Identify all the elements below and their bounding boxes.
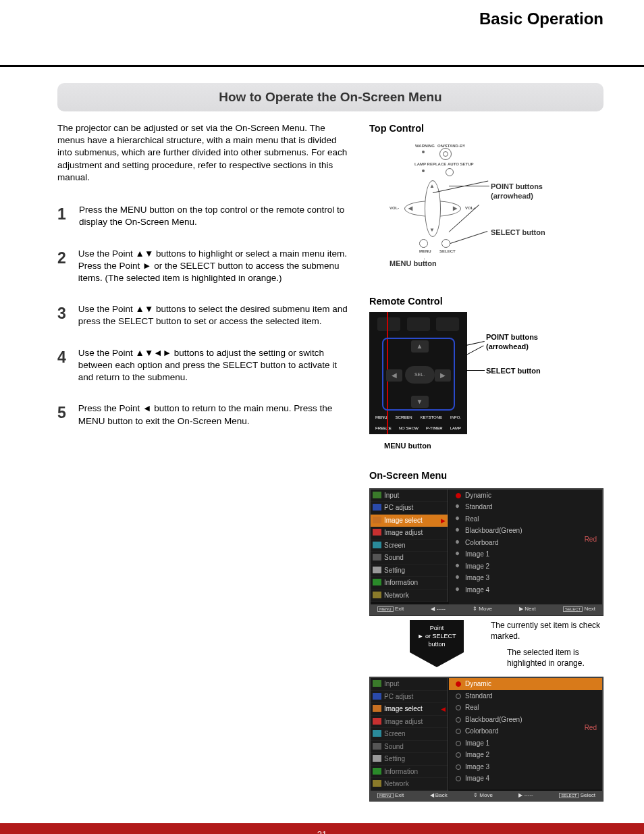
osd-item-imageselect: Image select▶ — [371, 515, 448, 527]
callout-line — [424, 259, 425, 259]
callout-point-buttons: POINT buttons (arrowhead) — [491, 182, 572, 202]
step-item: 5Press the Point ◄ button to return to t… — [57, 402, 349, 427]
osd-item-imageadjust: Image adjust — [371, 527, 448, 540]
arrow-right-icon: ▶ — [435, 369, 451, 382]
osd-option: Image 4 — [449, 584, 602, 596]
explanation-check: The currently set item is check marked. — [476, 620, 603, 642]
remote-diagram: ▲ ▼ ◀ ▶ SEL. MENU SCREEN KEYSTONE INFO. — [369, 312, 467, 434]
arrow-right-icon: ▶ — [453, 205, 457, 213]
osd-option: Image 2 — [449, 749, 602, 761]
osd-option: Image 4 — [449, 773, 602, 785]
remote-label: NO SHOW — [399, 425, 419, 431]
osd-option: Image 2 — [449, 561, 602, 573]
arrow-up-icon: ▲ — [429, 183, 435, 190]
osd-item-imageadjust: Image adjust — [371, 716, 448, 729]
arrow-down-icon: ▼ — [411, 396, 429, 408]
label-menu: MENU — [419, 249, 431, 254]
steps-list: 1Press the MENU button on the top contro… — [57, 204, 349, 427]
remote-top-button — [377, 317, 400, 331]
arrow-down-icon: ▼ — [429, 227, 435, 234]
led-lamp — [422, 170, 425, 172]
osd-item-screen: Screen — [371, 728, 448, 741]
arrow-up-icon: ▲ — [411, 340, 429, 353]
osd-option: Blackboard(Green) — [449, 714, 602, 726]
page-title: How to Operate the On-Screen Menu — [57, 83, 603, 111]
remote-callouts: POINT buttons (arrowhead) SELECT button — [473, 312, 591, 434]
osd-item-input: Input — [371, 490, 448, 502]
explanation-highlight: The selected item is highlighted in oran… — [476, 647, 603, 669]
label-select: SELECT — [439, 249, 456, 254]
callout-point-buttons: POINT buttons (arrowhead) — [486, 332, 581, 352]
step-number: 3 — [57, 303, 66, 328]
osd-option: Blackboard(Green) — [449, 525, 602, 537]
osd-item-sound: Sound — [371, 741, 448, 754]
point-select-arrow: Point ► or SELECT button — [410, 620, 464, 667]
osd-option: Dynamic — [449, 490, 602, 502]
osd-option: Real — [449, 513, 602, 525]
page-number: 21 — [0, 829, 644, 834]
remote-top-button — [407, 317, 430, 331]
section-header: Basic Operation — [0, 8, 644, 32]
osd-option-selected: Dynamic — [449, 678, 602, 690]
point-box-line: button — [412, 640, 461, 648]
osd-option: Colorboard — [449, 537, 602, 549]
step-item: 1Press the MENU button on the top contro… — [57, 204, 349, 228]
label-lampreplace: LAMP REPLACE — [414, 162, 446, 167]
remote-label: KEYSTONE — [421, 415, 443, 420]
power-ring-inner — [443, 151, 448, 157]
callout-line — [466, 341, 485, 346]
osd-item-pcadjust: PC adjust — [371, 502, 448, 515]
callout-select-button: SELECT button — [486, 366, 541, 375]
arrow-left-icon: ◀ — [408, 205, 412, 213]
osd-item-information: Information — [371, 577, 448, 590]
remote-label: FREEZE — [375, 425, 392, 431]
remote-label: P-TIMER — [426, 425, 443, 431]
osd-value-red: Red — [585, 535, 597, 544]
top-control-diagram: WARNING ON/STAND-BY LAMP REPLACE AUTO SE… — [369, 140, 585, 268]
osd-statusbar: MENU Exit ◀ ----- ⇕ Move ▶ Next SELECT N… — [371, 604, 602, 615]
remote-select-button: SEL. — [405, 366, 435, 384]
step-text: Use the Point ▲▼ buttons to highlight or… — [78, 248, 349, 285]
step-item: 3Use the Point ▲▼ buttons to select the … — [57, 303, 349, 328]
osd-statusbar: MENU Exit ◀ Back ⇕ Move ▶ ----- SELECT S… — [371, 791, 602, 801]
point-box-line: ► or SELECT — [412, 632, 461, 640]
remote-label: INFO. — [450, 415, 461, 420]
osd-value-red: Red — [585, 723, 597, 733]
osd-item-imageselect: Image select◀ — [371, 703, 448, 716]
remote-top-button — [436, 317, 459, 331]
point-box-line: Point — [412, 624, 461, 632]
osd-item-information: Information — [371, 766, 448, 779]
osd-item-input: Input — [371, 678, 448, 691]
step-number: 1 — [57, 204, 67, 228]
callout-menu-button: MENU button — [384, 441, 603, 451]
autosetup-button — [446, 168, 454, 176]
osd-option: Image 1 — [449, 548, 602, 561]
osd-item-screen: Screen — [371, 540, 448, 552]
remote-control-heading: Remote Control — [369, 295, 603, 309]
osd-screenshot-1: Input PC adjust Image select▶ Image adju… — [369, 488, 603, 616]
remote-label: LAMP — [450, 425, 461, 431]
select-button — [441, 239, 450, 248]
label-autosetup: AUTO SETUP — [448, 162, 474, 167]
osd-option: Standard — [449, 690, 602, 702]
step-number: 2 — [57, 248, 66, 285]
osd-heading: On-Screen Menu — [369, 469, 603, 483]
label-onstandby: ON/STAND-BY — [437, 144, 465, 149]
intro-paragraph: The projector can be adjusted or set via… — [57, 122, 349, 184]
header-rule — [0, 65, 644, 67]
osd-option: Image 3 — [449, 761, 602, 773]
remote-label: SCREEN — [396, 415, 412, 420]
osd-option: Image 1 — [449, 737, 602, 750]
osd-item-pcadjust: PC adjust — [371, 691, 448, 704]
osd-option: Standard — [449, 501, 602, 513]
step-item: 4Use the Point ▲▼◄► buttons to adjust th… — [57, 347, 349, 384]
callout-line — [466, 346, 483, 355]
osd-item-setting: Setting — [371, 753, 448, 766]
osd-item-sound: Sound — [371, 552, 448, 565]
callout-select-button: SELECT button — [491, 228, 545, 238]
step-item: 2Use the Point ▲▼ buttons to highlight o… — [57, 248, 349, 285]
step-text: Use the Point ▲▼ buttons to select the d… — [78, 303, 349, 328]
callout-line — [466, 370, 485, 371]
step-text: Press the MENU button on the top control… — [79, 204, 349, 228]
osd-screenshot-2: Input PC adjust Image select◀ Image adju… — [369, 677, 603, 802]
